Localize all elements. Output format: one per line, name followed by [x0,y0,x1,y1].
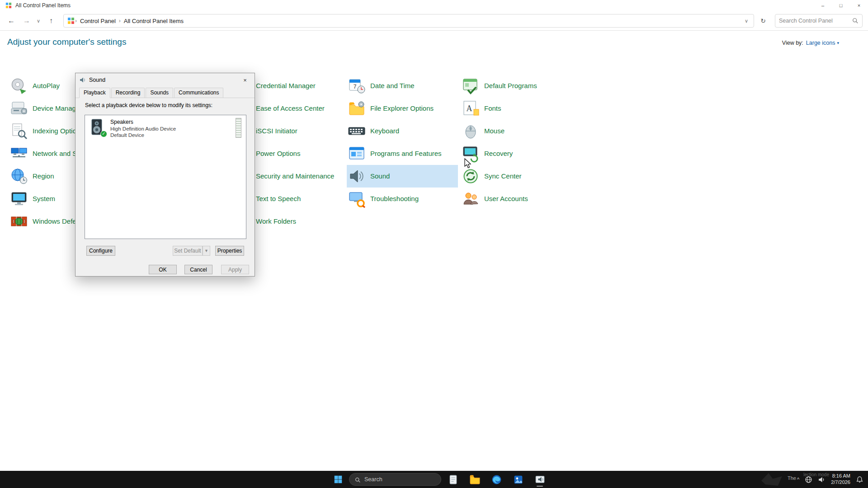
taskbar-search-label: Search [364,476,382,483]
dialog-close-icon[interactable]: × [236,73,255,87]
back-icon[interactable]: ← [5,14,18,28]
cp-item-mouse[interactable]: Mouse [461,120,572,142]
cp-item-file-explorer-options[interactable]: File Explorer Options [347,97,458,120]
device-name: Speakers [110,119,176,125]
cp-item-programs-and-features[interactable]: Programs and Features [347,142,458,165]
window-controls: – □ × [814,0,868,11]
tray-clock[interactable]: 8:16 AM 2/7/2026 [831,473,850,486]
cp-item-troubleshooting[interactable]: Troubleshooting [347,188,458,210]
breadcrumb-control-panel[interactable]: Control Panel [77,17,118,25]
cp-column-4: Default ProgramsAFontsMouseRecoverySync … [461,75,572,210]
search-icon [852,18,859,24]
cp-item-user-accounts[interactable]: User Accounts [461,188,572,210]
ok-button[interactable]: OK [149,265,177,274]
tray-time: 8:16 AM [831,473,850,479]
cp-item-label: File Explorer Options [370,104,434,113]
dialog-titlebar[interactable]: Sound × [75,73,255,87]
cp-item-label: Sound [370,172,390,180]
device-item-speakers[interactable]: ✓ Speakers High Definition Audio Device … [85,115,246,141]
cp-item-label: Keyboard [370,127,399,135]
close-button[interactable]: × [850,0,868,11]
default-programs-icon [462,77,480,95]
control-panel-icon [67,17,75,24]
cp-item-label: Troubleshooting [370,195,419,203]
page-title: Adjust your computer's settings [7,37,126,47]
taskbar-search[interactable]: Search [349,473,441,486]
configure-button[interactable]: Configure [86,246,115,256]
refresh-icon[interactable]: ↻ [757,14,769,28]
maximize-button[interactable]: □ [832,0,850,11]
cp-item-sound[interactable]: Sound [347,165,458,188]
cp-item-recovery[interactable]: Recovery [461,142,572,165]
notepad-icon [448,474,459,485]
cp-item-label: Date and Time [370,82,415,90]
view-by-dropdown[interactable]: Large icons ▾ [806,40,839,46]
forward-icon[interactable]: → [20,14,33,28]
cp-item-keyboard[interactable]: Keyboard [347,120,458,142]
dialog-title: Sound [89,77,236,83]
edge-icon [491,474,502,485]
start-button[interactable] [329,472,347,487]
taskbar-app-edge[interactable] [486,472,506,487]
search-icon [355,477,361,483]
mouse-icon [462,122,480,140]
cp-item-date-and-time[interactable]: 7Date and Time [347,75,458,97]
taskbar-app-media-app[interactable] [508,472,528,487]
breadcrumb-all-control-panel-items[interactable]: All Control Panel Items [121,17,186,25]
tab-communications[interactable]: Communications [174,88,223,98]
window-titlebar[interactable]: All Control Panel Items – □ × [0,0,868,11]
navigation-bar: ← → ∨ ↑ › Control Panel › All Control Pa… [0,11,868,31]
hidden-icons-chevron-icon[interactable]: ^ [797,477,799,482]
cp-item-label: Region [33,172,54,180]
svg-text:7: 7 [354,84,357,90]
cp-item-label: Fonts [484,104,501,113]
sync-center-icon [462,167,480,185]
set-default-button: Set Default [173,246,203,256]
cp-item-label: Default Programs [484,82,537,90]
cp-item-label: System [33,195,55,203]
default-device-check-icon: ✓ [100,131,107,137]
minimize-button[interactable]: – [814,0,832,11]
view-by-value: Large icons [806,40,835,46]
tab-recording[interactable]: Recording [111,88,145,98]
cp-item-default-programs[interactable]: Default Programs [461,75,572,97]
cp-column-3: 7Date and TimeFile Explorer OptionsKeybo… [347,75,458,210]
screen-artifact-shape [761,473,782,486]
notifications-icon[interactable] [856,476,863,483]
search-input[interactable] [779,18,852,24]
recent-locations-chevron-icon[interactable]: ∨ [34,14,42,28]
taskbar-app-file-explorer[interactable] [465,472,485,487]
cp-item-label: Ease of Access Center [256,104,325,113]
tab-sounds[interactable]: Sounds [146,88,173,98]
troubleshooting-icon [348,190,366,208]
system-icon [10,190,28,208]
address-dropdown-chevron-icon[interactable]: ∨ [743,18,750,24]
cp-item-sync-center[interactable]: Sync Center [461,165,572,188]
cp-item-label: User Accounts [484,195,528,203]
device-description: High Definition Audio Device [110,126,176,131]
up-icon[interactable]: ↑ [44,14,58,28]
cancel-button[interactable]: Cancel [184,265,212,274]
taskbar-apps [443,472,550,487]
cp-item-fonts[interactable]: AFonts [461,97,572,120]
cp-item-label: Work Folders [256,217,296,225]
fonts-icon: A [462,99,480,117]
volume-meter [236,118,241,138]
network-icon [10,145,28,163]
file-explorer-icon [469,474,481,485]
sound-dialog-icon [79,76,86,84]
search-box [775,14,863,28]
sound-icon [348,167,366,185]
windows-logo-icon [333,474,343,484]
region-icon [10,167,28,185]
address-bar[interactable]: › Control Panel › All Control Panel Item… [63,14,754,28]
properties-button[interactable]: Properties [215,246,244,256]
screen-artifact-text: The [788,475,796,481]
device-text: Speakers High Definition Audio Device De… [110,118,176,138]
cp-item-label: Recovery [484,150,513,158]
device-status: Default Device [110,132,176,138]
taskbar-app-notepad[interactable] [443,472,463,487]
tab-playback[interactable]: Playback [79,88,110,98]
screen: All Control Panel Items – □ × ← → ∨ ↑ › … [0,0,868,488]
taskbar-app-sound-window[interactable] [530,472,550,487]
